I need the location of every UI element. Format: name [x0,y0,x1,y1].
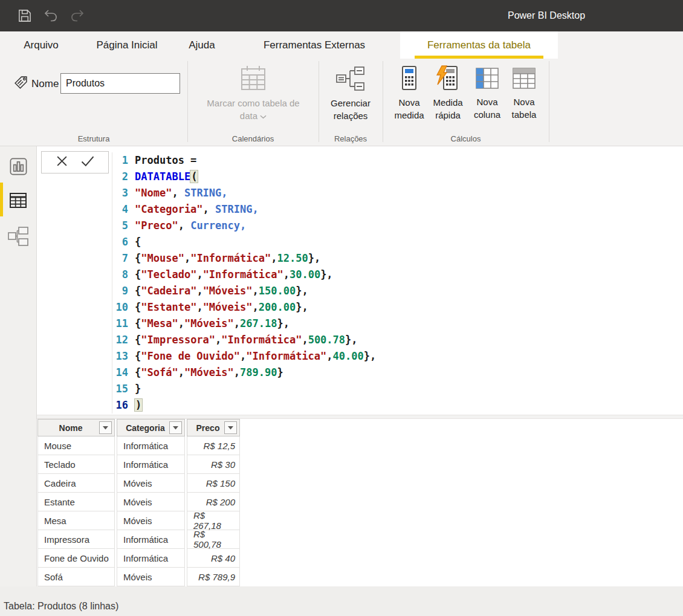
chevron-down-icon [260,111,267,121]
table-row: ImpressoraInformáticaR$ 500,78 [37,530,240,549]
code-line-1[interactable]: 1Produtos = [112,152,683,169]
column-header-categoria[interactable]: Categoria [117,419,185,436]
table-cell[interactable]: Mouse [37,436,115,455]
code-line-10[interactable]: 10{"Estante","Móveis",200.00}, [112,299,683,316]
data-grid: NomeCategoriaPrecoMouseInformáticaR$ 12,… [37,419,240,586]
code-line-14[interactable]: 14{"Sofá","Móveis",789.90} [112,365,683,381]
commit-formula-button[interactable] [80,155,95,169]
tab-ferramentas-da-tabela[interactable]: Ferramentas da tabela [400,31,558,59]
save-button[interactable] [16,8,33,25]
cancel-icon [56,155,68,170]
new-measure-button[interactable]: Nova medida [390,62,429,122]
filter-arrow-icon [173,426,178,430]
group-label-calendarios: Calendários [187,134,319,144]
table-row: SofáMóveisR$ 789,9 [37,568,240,586]
filter-dropdown-button[interactable] [99,421,112,434]
table-cell[interactable]: R$ 30 [187,455,240,474]
report-view-icon [9,157,28,178]
table-cell[interactable]: Impressora [37,530,115,549]
new-table-button[interactable]: Nova tabela [505,62,543,121]
sidebar-item-report-view[interactable] [0,151,36,184]
code-line-3[interactable]: 3"Nome", STRING, [112,185,683,201]
panel-splitter[interactable] [37,415,683,419]
filter-dropdown-button[interactable] [224,421,237,434]
table-cell[interactable]: Móveis [117,511,185,530]
mark-date-table-label-line2: data [240,111,257,121]
code-line-6[interactable]: 6{ [112,234,683,250]
table-name-input[interactable] [60,73,180,94]
tab-strip: ArquivoPágina InicialAjudaFerramentas Ex… [0,31,683,59]
quick-measure-label-line1: Medida [433,97,462,108]
table-cell[interactable]: R$ 12,5 [187,436,240,455]
group-label-calculos: Cálculos [383,134,549,144]
table-cell[interactable]: R$ 500,78 [187,530,240,549]
table-cell[interactable]: R$ 200 [187,493,240,511]
column-header-nome[interactable]: Nome [37,419,115,436]
table-cell[interactable]: Informática [117,549,185,568]
filter-dropdown-button[interactable] [169,421,182,434]
sidebar-item-data-view[interactable] [0,185,36,218]
code-line-8[interactable]: 8{"Teclado","Informática",30.00}, [112,267,683,283]
code-line-13[interactable]: 13{"Fone de Ouvido","Informática",40.00}… [112,348,683,365]
code-line-2[interactable]: 2DATATABLE( [112,169,683,185]
tab-ferramentas-externas[interactable]: Ferramentas Externas [239,31,389,59]
mark-date-table-label-line1: Marcar como tabela de [207,98,299,108]
dax-formula-editor: 1Produtos =2DATATABLE(3"Nome", STRING,4"… [37,146,683,415]
mark-date-table-button[interactable]: Marcar como tabela de data [192,62,314,122]
table-cell[interactable]: Móveis [117,474,185,493]
table-cell[interactable]: Fone de Ouvido [37,549,115,568]
table-cell[interactable]: Estante [37,493,115,511]
cancel-formula-button[interactable] [56,155,68,170]
tab-ajuda[interactable]: Ajuda [181,31,222,59]
code-line-11[interactable]: 11{"Mesa","Móveis",267.18}, [112,316,683,332]
code-line-16[interactable]: 16) [112,397,683,413]
table-cell[interactable]: R$ 789,9 [187,568,240,586]
tag-icon [13,75,28,92]
table-row: EstanteMóveisR$ 200 [37,493,240,511]
table-cell[interactable]: Cadeira [37,474,115,493]
table-cell[interactable]: Informática [117,455,185,474]
table-cell[interactable]: Sofá [37,568,115,586]
code-line-15[interactable]: 15} [112,381,683,397]
ribbon: Nome Estrutura Marcar como tabela de dat… [0,59,683,146]
new-column-label-line2: coluna [474,109,500,120]
new-column-label-line1: Nova [476,97,497,107]
code-line-9[interactable]: 9{"Cadeira","Móveis",150.00}, [112,283,683,299]
table-cell[interactable]: Informática [117,436,185,455]
code-line-4[interactable]: 4"Categoria", STRING, [112,201,683,218]
table-cell[interactable]: Teclado [37,455,115,474]
table-cell[interactable]: Informática [117,530,185,549]
status-text: Tabela: Produtos (8 linhas) [4,601,118,612]
tab-pagina-inicial[interactable]: Página Inicial [88,31,166,59]
column-header-preco[interactable]: Preco [187,419,240,436]
table-cell[interactable]: R$ 150 [187,474,240,493]
dax-code[interactable]: 1Produtos =2DATATABLE(3"Nome", STRING,4"… [112,152,683,413]
table-cell[interactable]: Móveis [117,493,185,511]
filter-arrow-icon [228,426,233,430]
commit-icon [80,155,95,169]
formula-commit-box [41,151,109,173]
column-header-label: Preco [196,423,220,433]
table-cell[interactable]: Mesa [37,511,115,530]
redo-button[interactable] [69,8,86,25]
code-line-7[interactable]: 7{"Mouse","Informática",12.50}, [112,250,683,267]
quick-measure-button[interactable]: Medida rápida [427,62,468,122]
calendar-icon [240,65,267,94]
tab-arquivo[interactable]: Arquivo [12,31,70,59]
table-cell[interactable]: Móveis [117,568,185,586]
table-row: MesaMóveisR$ 267,18 [37,511,240,530]
manage-relationships-button[interactable]: Gerenciar relações [319,62,383,122]
app-title: Power BI Desktop [494,0,598,31]
column-header-label: Nome [59,423,83,433]
code-line-5[interactable]: 5"Preco", Currency, [112,218,683,234]
undo-button[interactable] [42,8,59,25]
line-number: 4 [112,201,128,218]
sidebar-item-model-view[interactable] [0,221,36,254]
code-line-12[interactable]: 12{"Impressora","Informática",500.78}, [112,332,683,348]
calculator-icon [397,65,421,93]
table-cell[interactable]: R$ 40 [187,549,240,568]
filter-arrow-icon [103,426,108,430]
table-cell[interactable]: R$ 267,18 [187,511,240,530]
new-column-button[interactable]: Nova coluna [468,62,507,121]
table-header-row: NomeCategoriaPreco [37,419,240,436]
